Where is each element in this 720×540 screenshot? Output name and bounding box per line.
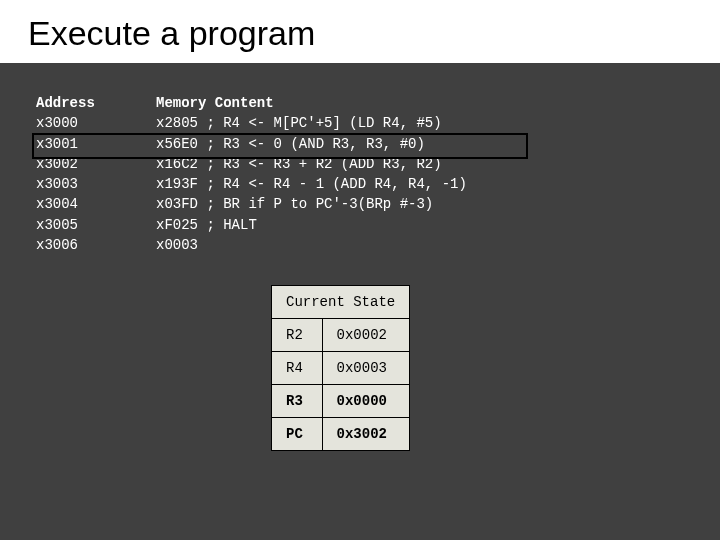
title-bar: Execute a program [0, 0, 720, 63]
state-val: 0x0000 [322, 385, 410, 418]
state-reg: R3 [272, 385, 323, 418]
state-title: Current State [272, 286, 410, 319]
content-area: Address x3000 x3001 x3002 x3003 x3004 x3… [0, 63, 720, 451]
state-val: 0x3002 [322, 418, 410, 451]
state-val: 0x0002 [322, 319, 410, 352]
page-title: Execute a program [28, 14, 692, 53]
state-row: R20x0002 [272, 319, 410, 352]
state-val: 0x0003 [322, 352, 410, 385]
state-row: R40x0003 [272, 352, 410, 385]
state-row: R30x0000 [272, 385, 410, 418]
state-table: Current State R20x0002R40x0003R30x0000PC… [271, 285, 410, 451]
state-reg: R4 [272, 352, 323, 385]
state-row: PC0x3002 [272, 418, 410, 451]
state-reg: R2 [272, 319, 323, 352]
state-reg: PC [272, 418, 323, 451]
program-listing: Address x3000 x3001 x3002 x3003 x3004 x3… [36, 93, 684, 255]
